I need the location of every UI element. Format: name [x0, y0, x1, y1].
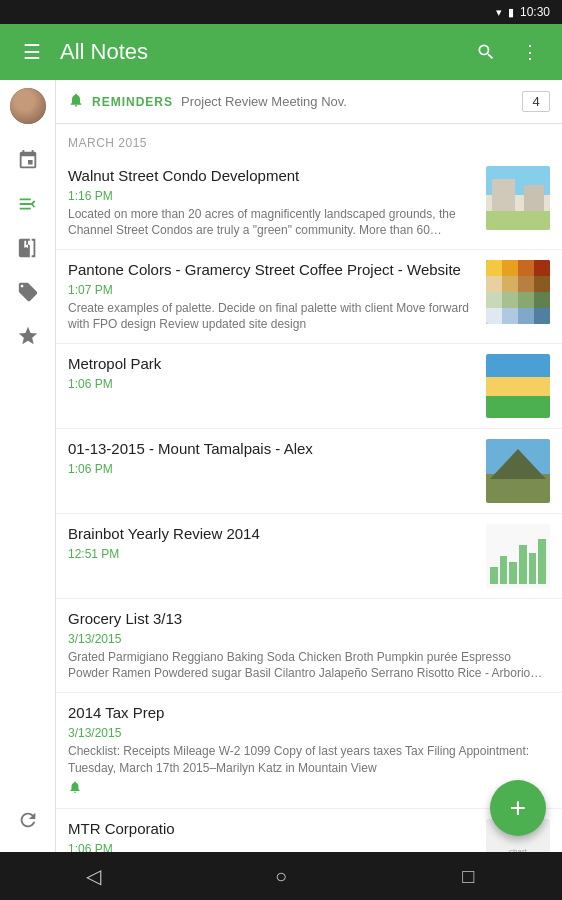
sidebar-refresh-button[interactable] — [8, 800, 48, 840]
note-content: 01-13-2015 - Mount Tamalpais - Alex 1:06… — [68, 439, 476, 503]
reminders-banner[interactable]: REMINDERS Project Review Meeting Nov. 4 — [56, 80, 562, 124]
note-thumbnail-metropol — [486, 354, 550, 418]
sidebar — [0, 80, 56, 852]
battery-icon: ▮ — [508, 6, 514, 19]
note-item-walnut[interactable]: Walnut Street Condo Development 1:16 PM … — [56, 156, 562, 250]
note-content: Metropol Park 1:06 PM — [68, 354, 476, 418]
note-meta: 12:51 PM — [68, 547, 476, 561]
note-thumbnail-mountain — [486, 439, 550, 503]
note-title: Metropol Park — [68, 354, 476, 374]
chart-bar — [538, 539, 546, 584]
chart-bar — [529, 553, 537, 584]
notes-list: REMINDERS Project Review Meeting Nov. 4 … — [56, 80, 562, 852]
note-thumbnail-walnut — [486, 166, 550, 230]
note-item-brainbot[interactable]: Brainbot Yearly Review 2014 12:51 PM — [56, 514, 562, 599]
note-content: Pantone Colors - Gramercy Street Coffee … — [68, 260, 476, 333]
note-meta: 1:06 PM — [68, 462, 476, 476]
bell-icon — [68, 92, 84, 112]
wifi-icon: ▾ — [496, 6, 502, 19]
chart-bar — [490, 567, 498, 584]
note-preview: Checklist: Receipts Mileage W-2 1099 Cop… — [68, 743, 550, 777]
reminder-icon — [68, 780, 82, 794]
note-meta: 1:16 PM — [68, 189, 476, 203]
sidebar-item-shortcuts[interactable] — [8, 140, 48, 180]
sidebar-item-all-notes[interactable] — [8, 184, 48, 224]
avatar-image — [10, 88, 46, 124]
appbar-actions: ⋮ — [466, 32, 550, 72]
pantone-thumb — [486, 260, 550, 324]
main-layout: REMINDERS Project Review Meeting Nov. 4 … — [0, 80, 562, 852]
note-content: MTR Corporatio 1:06 PM — [68, 819, 476, 852]
note-thumbnail-pantone — [486, 260, 550, 324]
note-title: Brainbot Yearly Review 2014 — [68, 524, 476, 544]
chart-bar — [500, 556, 508, 584]
sidebar-item-notebooks[interactable] — [8, 228, 48, 268]
status-time: 10:30 — [520, 5, 550, 19]
recent-apps-button[interactable]: □ — [438, 852, 498, 900]
note-item-pantone[interactable]: Pantone Colors - Gramercy Street Coffee … — [56, 250, 562, 344]
note-item-mtr[interactable]: MTR Corporatio 1:06 PM chart — [56, 809, 562, 852]
note-content: Brainbot Yearly Review 2014 12:51 PM — [68, 524, 476, 588]
note-content: Walnut Street Condo Development 1:16 PM … — [68, 166, 476, 239]
note-meta: 1:07 PM — [68, 283, 476, 297]
note-preview: Create examples of palette. Decide on fi… — [68, 300, 476, 334]
sidebar-item-starred[interactable] — [8, 316, 48, 356]
note-meta: 1:06 PM — [68, 377, 476, 391]
new-note-fab[interactable]: + — [490, 780, 546, 836]
note-item-tax[interactable]: 2014 Tax Prep 3/13/2015 Checklist: Recei… — [56, 693, 562, 809]
reminders-preview: Project Review Meeting Nov. — [181, 94, 514, 109]
note-thumbnail-brainbot — [486, 524, 550, 588]
note-meta: 3/13/2015 — [68, 632, 550, 646]
note-content: Grocery List 3/13 3/13/2015 Grated Parmi… — [68, 609, 550, 682]
reminders-label: REMINDERS — [92, 95, 173, 109]
note-title: Walnut Street Condo Development — [68, 166, 476, 186]
note-title: Grocery List 3/13 — [68, 609, 550, 629]
note-title: 2014 Tax Prep — [68, 703, 550, 723]
note-content: 2014 Tax Prep 3/13/2015 Checklist: Recei… — [68, 703, 550, 798]
avatar[interactable] — [10, 88, 46, 124]
status-bar: ▾ ▮ 10:30 — [0, 0, 562, 24]
note-preview: Located on more than 20 acres of magnifi… — [68, 206, 476, 240]
sidebar-item-tags[interactable] — [8, 272, 48, 312]
more-options-button[interactable]: ⋮ — [510, 32, 550, 72]
note-title: Pantone Colors - Gramercy Street Coffee … — [68, 260, 476, 280]
search-button[interactable] — [466, 32, 506, 72]
back-button[interactable]: ◁ — [64, 852, 124, 900]
appbar: ☰ All Notes ⋮ — [0, 24, 562, 80]
home-button[interactable]: ○ — [251, 852, 311, 900]
menu-button[interactable]: ☰ — [12, 32, 52, 72]
chart-bar — [519, 545, 527, 584]
note-item-metropol[interactable]: Metropol Park 1:06 PM — [56, 344, 562, 429]
page-title: All Notes — [52, 39, 466, 65]
note-item-mountain[interactable]: 01-13-2015 - Mount Tamalpais - Alex 1:06… — [56, 429, 562, 514]
note-title: 01-13-2015 - Mount Tamalpais - Alex — [68, 439, 476, 459]
bottom-nav: ◁ ○ □ — [0, 852, 562, 900]
note-item-grocery[interactable]: Grocery List 3/13 3/13/2015 Grated Parmi… — [56, 599, 562, 693]
note-meta: 3/13/2015 — [68, 726, 550, 740]
reminders-count: 4 — [522, 91, 550, 112]
chart-bar — [509, 562, 517, 584]
note-meta: 1:06 PM — [68, 842, 476, 852]
section-header-march: MARCH 2015 — [56, 124, 562, 156]
chart-thumb — [486, 524, 550, 588]
note-preview: Grated Parmigiano Reggiano Baking Soda C… — [68, 649, 550, 683]
note-title: MTR Corporatio — [68, 819, 476, 839]
